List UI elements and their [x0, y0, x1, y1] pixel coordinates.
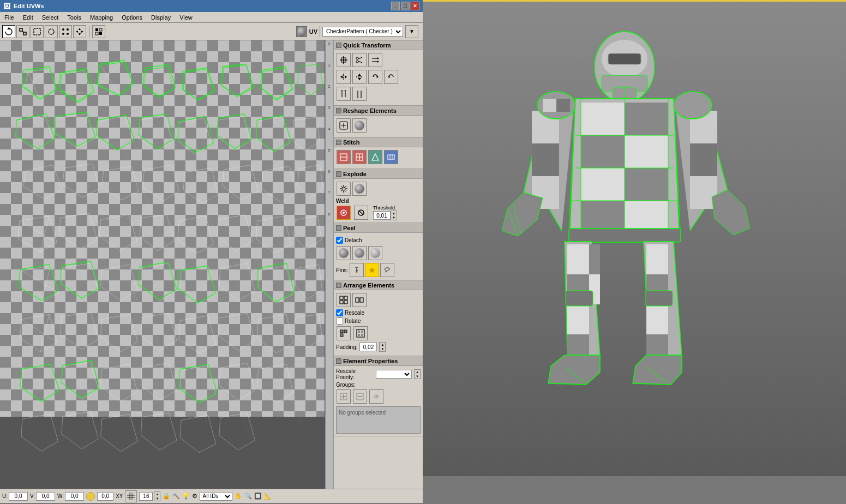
align-vert-btn[interactable]: [337, 87, 351, 101]
threshold-spinner[interactable]: ▲ ▼: [391, 211, 397, 220]
menu-file[interactable]: File: [0, 13, 19, 22]
v-input[interactable]: [36, 492, 55, 501]
checker-viewport[interactable]: 012345678: [0, 40, 333, 489]
svg-marker-69: [259, 266, 293, 303]
padding-down[interactable]: ▼: [380, 347, 385, 351]
snap-tool-btn[interactable]: [92, 25, 105, 38]
sphere-relax-btn[interactable]: [352, 118, 367, 133]
pin-add-btn[interactable]: [350, 263, 364, 277]
mirror-v-btn[interactable]: [352, 70, 367, 84]
arrange-collapse[interactable]: -: [336, 283, 341, 288]
point-select-btn[interactable]: [59, 25, 72, 38]
align-center-btn[interactable]: [337, 53, 351, 67]
menu-view[interactable]: View: [175, 13, 197, 22]
menu-select[interactable]: Select: [38, 13, 63, 22]
svg-rect-187: [356, 298, 359, 302]
priority-spinner[interactable]: ▲ ▼: [414, 369, 421, 379]
explode-btn[interactable]: [337, 182, 351, 196]
checker-settings-btn[interactable]: ▼: [405, 25, 418, 38]
reshape-elements-header[interactable]: - Reshape Elements: [334, 106, 423, 116]
element-properties-header[interactable]: - Element Properties: [334, 356, 423, 366]
rect-select-btn[interactable]: [31, 25, 44, 38]
pin-remove-btn[interactable]: [380, 263, 394, 277]
reshape-elements-section: - Reshape Elements: [334, 106, 423, 137]
arrange-header[interactable]: - Arrange Elements: [334, 280, 423, 290]
rescale-priority-select[interactable]: [376, 370, 412, 379]
stitch-btn-2[interactable]: [352, 150, 367, 164]
xy-coord-input[interactable]: [97, 492, 113, 501]
menu-mapping[interactable]: Mapping: [86, 13, 117, 22]
scissors-btn[interactable]: [352, 53, 367, 67]
peel-collapse[interactable]: -: [336, 225, 341, 231]
menu-edit[interactable]: Edit: [19, 13, 38, 22]
priority-up[interactable]: ▲: [415, 370, 420, 374]
priority-down[interactable]: ▼: [415, 374, 420, 379]
minimize-btn[interactable]: _: [391, 2, 400, 10]
explode-header[interactable]: - Explode: [334, 169, 423, 179]
menu-display[interactable]: Display: [147, 13, 175, 22]
arrange-btn-4[interactable]: [353, 326, 368, 340]
peel-btn-3[interactable]: [368, 246, 382, 260]
quick-transform-header[interactable]: - Quick Transform: [334, 40, 423, 50]
relax-btn[interactable]: [337, 118, 351, 133]
arrange-btn-1[interactable]: [337, 293, 351, 307]
align-right-btn[interactable]: [368, 53, 382, 67]
weld-break-btn[interactable]: [354, 206, 368, 220]
pin-active-btn[interactable]: [365, 263, 379, 277]
rescale-checkbox[interactable]: [336, 309, 343, 316]
checker-pattern-select[interactable]: CheckerPattern ( Checker ): [322, 27, 403, 37]
stitch-header[interactable]: - Stitch: [334, 137, 423, 147]
circle-select-btn[interactable]: [45, 25, 58, 38]
explode-sphere-btn[interactable]: [352, 182, 367, 196]
zoom-spinner[interactable]: ▲ ▼: [154, 491, 160, 501]
distribute-btn[interactable]: [352, 87, 367, 101]
threshold-input[interactable]: [373, 211, 391, 220]
scale-tool-btn[interactable]: [16, 25, 29, 38]
group-settings-btn[interactable]: [369, 389, 383, 404]
group-remove-btn[interactable]: [353, 389, 367, 404]
explode-collapse[interactable]: -: [336, 171, 341, 177]
threshold-up[interactable]: ▲: [391, 211, 397, 215]
peel-header[interactable]: - Peel: [334, 223, 423, 233]
stitch-collapse[interactable]: -: [336, 140, 341, 145]
threshold-down[interactable]: ▼: [391, 215, 397, 220]
grid-snap-btn[interactable]: [125, 490, 137, 502]
menu-tools[interactable]: Tools: [63, 13, 86, 22]
zoom-input[interactable]: [139, 492, 153, 501]
reshape-collapse[interactable]: -: [336, 108, 341, 113]
status-cursor-icon[interactable]: ✋: [235, 493, 242, 500]
rotate-90-btn[interactable]: [368, 70, 382, 84]
u-input[interactable]: [9, 492, 28, 501]
detach-checkbox[interactable]: [336, 237, 343, 244]
ids-select[interactable]: All IDs: [200, 492, 232, 501]
stitch-btn-3[interactable]: [368, 150, 382, 164]
maximize-btn[interactable]: □: [401, 2, 410, 10]
w-input[interactable]: [65, 492, 84, 501]
svg-marker-53: [262, 166, 297, 202]
group-add-btn[interactable]: [337, 389, 351, 404]
stitch-btn-4[interactable]: [384, 150, 398, 164]
pan-tool-btn[interactable]: [73, 25, 86, 38]
rotate-checkbox[interactable]: [336, 317, 343, 325]
peel-btn-2[interactable]: [352, 246, 367, 260]
rotate-tool-btn[interactable]: [2, 25, 15, 38]
peel-btn-1[interactable]: [337, 246, 351, 260]
stitch-btn-1[interactable]: [337, 150, 351, 164]
status-extra-icon[interactable]: 📐: [264, 493, 272, 500]
zoom-down[interactable]: ▼: [154, 496, 160, 501]
menu-options[interactable]: Options: [117, 13, 147, 22]
padding-up[interactable]: ▲: [380, 343, 385, 347]
status-search-icon[interactable]: 🔍: [244, 493, 252, 500]
quick-transform-collapse[interactable]: -: [336, 43, 341, 48]
rotate-neg90-btn[interactable]: [384, 70, 398, 84]
weld-active-btn[interactable]: [337, 206, 351, 220]
arrange-btn-3[interactable]: [337, 326, 351, 340]
padding-input[interactable]: [359, 343, 377, 351]
close-btn[interactable]: ✕: [411, 2, 419, 10]
zoom-up[interactable]: ▲: [154, 492, 160, 496]
element-properties-collapse[interactable]: -: [336, 358, 341, 364]
mirror-h-btn[interactable]: [337, 70, 351, 84]
padding-spinner[interactable]: ▲ ▼: [379, 342, 386, 352]
arrange-btn-2[interactable]: [352, 293, 367, 307]
status-zoom-icon[interactable]: 🔲: [254, 493, 262, 500]
